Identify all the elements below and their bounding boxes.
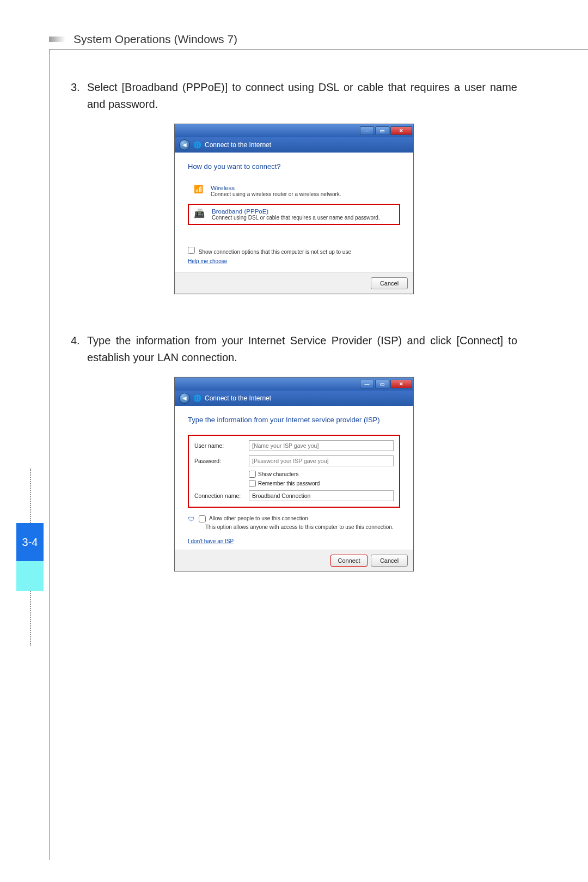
titlebar: — ▭ ✕ <box>175 124 413 137</box>
row-password: Password: <box>194 455 394 466</box>
show-options-checkbox-row[interactable]: Show connection options that this comput… <box>188 249 351 255</box>
dialog-header: ◄ 🌐 Connect to the Internet <box>175 391 413 406</box>
allow-others-checkbox[interactable] <box>199 515 206 522</box>
option-wireless-desc: Connect using a wireless router or a wir… <box>211 191 341 197</box>
minimize-button[interactable]: — <box>360 380 374 388</box>
option-broadband-title: Broadband (PPPoE) <box>212 208 380 215</box>
connection-name-field[interactable] <box>249 490 394 501</box>
dialog-title: Connect to the Internet <box>205 394 271 402</box>
help-me-choose-link[interactable]: Help me choose <box>188 258 227 264</box>
page-number-badge: 3-4 <box>16 523 44 561</box>
dialog-heading: Type the information from your Internet … <box>188 416 400 424</box>
dialog-body: How do you want to connect? 📶 Wireless C… <box>175 153 413 272</box>
remember-password-label: Remember this password <box>258 480 320 486</box>
option-wireless[interactable]: 📶 Wireless Connect using a wireless rout… <box>188 181 400 200</box>
close-button[interactable]: ✕ <box>390 380 412 388</box>
dialog-footer: Cancel <box>175 272 413 294</box>
dialog-connect-options: — ▭ ✕ ◄ 🌐 Connect to the Internet How do… <box>174 124 414 294</box>
remember-password-checkbox[interactable] <box>249 480 256 487</box>
step-3: 3. Select [Broadband (PPPoE)] to connect… <box>71 79 517 113</box>
titlebar: — ▭ ✕ <box>175 378 413 391</box>
globe-icon: 🌐 <box>193 394 201 402</box>
row-connection-name: Connection name: <box>194 490 394 501</box>
dialog-title: Connect to the Internet <box>205 141 271 149</box>
maximize-button[interactable]: ▭ <box>375 380 389 388</box>
connect-button[interactable]: Connect <box>330 555 367 567</box>
row-remember-password[interactable]: Remember this password <box>249 480 394 487</box>
dialog-header: ◄ 🌐 Connect to the Internet <box>175 137 413 153</box>
cancel-button[interactable]: Cancel <box>371 555 408 567</box>
row-show-characters[interactable]: Show characters <box>249 471 394 478</box>
no-isp-link[interactable]: I don't have an ISP <box>188 538 234 544</box>
page-header: System Operations (Windows 7) <box>49 33 237 46</box>
maximize-button[interactable]: ▭ <box>375 126 389 135</box>
wireless-signal-icon: 📶 <box>191 185 205 193</box>
step-4-text: Type the information from your Internet … <box>71 332 517 366</box>
dialog-body: Type the information from your Internet … <box>175 406 413 550</box>
show-characters-label: Show characters <box>258 471 298 477</box>
back-button[interactable]: ◄ <box>179 393 190 404</box>
page-number-accent <box>16 561 44 591</box>
allow-others-label: Allow other people to use this connectio… <box>209 515 308 521</box>
show-options-checkbox[interactable] <box>188 247 195 254</box>
side-dots-bottom <box>30 591 31 646</box>
option-broadband[interactable]: 📠 Broadband (PPPoE) Connect using DSL or… <box>188 204 400 225</box>
label-username: User name: <box>194 442 249 449</box>
show-options-label: Show connection options that this comput… <box>199 249 351 255</box>
label-connection-name: Connection name: <box>194 492 249 499</box>
close-button[interactable]: ✕ <box>390 126 412 135</box>
option-broadband-desc: Connect using DSL or cable that requires… <box>212 215 380 221</box>
dialog-isp-info: — ▭ ✕ ◄ 🌐 Connect to the Internet Type t… <box>174 377 414 571</box>
extra-options: Show connection options that this comput… <box>188 247 400 264</box>
allow-others-description: This option allows anyone with access to… <box>205 524 400 530</box>
show-characters-checkbox[interactable] <box>249 471 256 478</box>
shield-icon: 🛡 <box>188 515 195 523</box>
cancel-button[interactable]: Cancel <box>371 277 408 289</box>
dialog-question: How do you want to connect? <box>188 162 400 171</box>
step-4-number: 4. <box>71 332 86 349</box>
modem-icon: 📠 <box>192 208 206 218</box>
dialog-footer: Connect Cancel <box>175 550 413 571</box>
row-username: User name: <box>194 440 394 451</box>
step-3-text: Select [Broadband (PPPoE)] to connect us… <box>71 79 517 113</box>
step-3-number: 3. <box>71 79 86 96</box>
side-dots-top <box>30 469 31 523</box>
option-wireless-title: Wireless <box>211 185 341 191</box>
globe-icon: 🌐 <box>193 141 201 149</box>
row-allow-others[interactable]: 🛡 Allow other people to use this connect… <box>188 515 400 523</box>
isp-form-block: User name: Password: Show characters Rem… <box>188 435 400 508</box>
minimize-button[interactable]: — <box>360 126 374 135</box>
page-title: System Operations (Windows 7) <box>74 33 237 46</box>
page-content: 3. Select [Broadband (PPPoE)] to connect… <box>71 79 517 610</box>
step-4: 4. Type the information from your Intern… <box>71 332 517 366</box>
password-field[interactable] <box>249 455 394 466</box>
page-number-tab: 3-4 <box>16 469 44 646</box>
header-accent <box>49 37 65 42</box>
label-password: Password: <box>194 458 249 464</box>
back-button[interactable]: ◄ <box>179 139 190 150</box>
username-field[interactable] <box>249 440 394 451</box>
